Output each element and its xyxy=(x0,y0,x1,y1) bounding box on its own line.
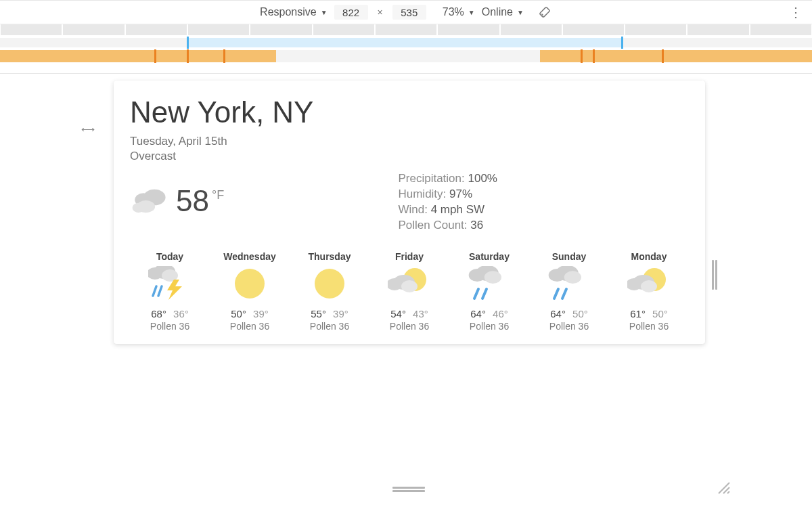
svg-point-31 xyxy=(641,280,657,292)
forecast-day[interactable]: Monday 61° 50° Pollen 36 xyxy=(609,251,689,332)
ruler-block[interactable] xyxy=(313,24,374,35)
emulated-page: New York, NY Tuesday, April 15th Overcas… xyxy=(108,74,710,485)
forecast-high: 55° xyxy=(311,308,326,319)
resize-handle-right[interactable] xyxy=(712,260,717,290)
ruler-block[interactable] xyxy=(563,24,624,35)
ruler-block[interactable] xyxy=(750,24,811,35)
device-preset-select[interactable]: Responsive ▼ xyxy=(260,6,328,18)
ruler-blocks-row[interactable] xyxy=(0,24,812,35)
svg-line-10 xyxy=(158,286,162,296)
viewport-width-input[interactable] xyxy=(334,5,368,20)
forecast-day[interactable]: Friday 54° 43° Pollen 36 xyxy=(369,251,449,332)
viewport-height-input[interactable] xyxy=(392,5,426,20)
forecast-low: 39° xyxy=(333,308,348,319)
ruler-block[interactable] xyxy=(438,24,499,35)
forecast-pollen: Pollen 36 xyxy=(369,321,449,332)
forecast-day[interactable]: Thursday 55° 39° Pollen 36 xyxy=(290,251,369,332)
wind-value: 4 mph SW xyxy=(431,203,484,216)
dropdown-triangle-icon: ▼ xyxy=(517,9,524,16)
media-query-range[interactable] xyxy=(187,38,621,47)
forecast-day[interactable]: Wednesday 50° 39° Pollen 36 xyxy=(210,251,290,332)
media-query-tick[interactable] xyxy=(154,49,156,63)
svg-line-22 xyxy=(482,289,487,299)
svg-point-24 xyxy=(549,269,566,282)
forecast-pollen: Pollen 36 xyxy=(529,321,609,332)
location-title: New York, NY xyxy=(130,95,689,129)
media-query-seg-left[interactable] xyxy=(0,50,276,62)
forecast-day[interactable]: Sunday 64° 50° Pollen 36 xyxy=(529,251,609,332)
media-query-tick[interactable] xyxy=(662,49,664,63)
forecast-day[interactable]: Today 68° 36° Pollen 36 xyxy=(130,251,210,332)
svg-line-1 xyxy=(541,14,543,15)
dropdown-triangle-icon: ▼ xyxy=(321,9,328,16)
ruler-block[interactable] xyxy=(501,24,562,35)
forecast-day-label: Monday xyxy=(609,251,689,262)
ruler-block[interactable] xyxy=(1,24,62,35)
humidity-label: Humidity: xyxy=(398,187,446,200)
ruler-block[interactable] xyxy=(126,24,187,35)
forecast-rain-icon xyxy=(547,266,591,301)
rotate-icon xyxy=(535,3,554,22)
svg-line-21 xyxy=(474,289,478,299)
media-query-tick[interactable] xyxy=(223,49,225,63)
dimension-separator: × xyxy=(375,7,386,18)
forecast-sun-clouds-icon xyxy=(388,266,431,301)
handle-bar xyxy=(392,487,425,489)
resize-handle-bottom[interactable] xyxy=(392,487,425,492)
current-weather-row: 58 °F Precipitation: 100% Humidity: 97% … xyxy=(130,169,689,234)
media-query-cap-left[interactable] xyxy=(187,37,189,49)
device-toolbar: Responsive ▼ × 73% ▼ Online ▼ ⋮ xyxy=(0,0,812,24)
zoom-select[interactable]: 73% ▼ xyxy=(443,6,475,18)
forecast-pollen: Pollen 36 xyxy=(130,321,210,332)
forecast-low: 43° xyxy=(413,308,428,319)
forecast-day-label: Saturday xyxy=(449,251,529,262)
media-query-tick[interactable] xyxy=(581,49,583,63)
resize-handle-corner[interactable] xyxy=(716,480,731,495)
svg-point-12 xyxy=(235,269,265,299)
more-options-button[interactable]: ⋮ xyxy=(789,1,803,24)
device-toolbar-controls: Responsive ▼ × 73% ▼ Online ▼ xyxy=(260,5,552,20)
media-query-cap-right[interactable] xyxy=(621,37,623,49)
ruler-block[interactable] xyxy=(250,24,311,35)
forecast-day-label: Friday xyxy=(369,251,449,262)
forecast-pollen: Pollen 36 xyxy=(449,321,529,332)
ruler-block[interactable] xyxy=(625,24,686,35)
network-throttle-select[interactable]: Online ▼ xyxy=(482,6,524,18)
media-query-tick[interactable] xyxy=(593,49,595,63)
forecast-storm-icon xyxy=(148,266,191,301)
current-details: Precipitation: 100% Humidity: 97% Wind: … xyxy=(398,169,497,234)
ruler-min-width-row[interactable] xyxy=(0,50,812,62)
media-query-tick[interactable] xyxy=(187,49,189,63)
current-date: Tuesday, April 15th xyxy=(130,135,689,148)
svg-line-9 xyxy=(153,286,156,296)
svg-line-26 xyxy=(554,289,558,299)
ruler-max-width-row[interactable] xyxy=(0,38,812,47)
ruler-block[interactable] xyxy=(376,24,436,35)
corner-grip-icon xyxy=(716,480,731,495)
ruler-block[interactable] xyxy=(188,24,249,35)
svg-point-17 xyxy=(401,280,418,292)
forecast-low: 50° xyxy=(572,308,588,319)
forecast-high: 54° xyxy=(390,308,406,319)
svg-line-34 xyxy=(727,491,729,493)
rotate-orientation-button[interactable] xyxy=(537,5,552,20)
forecast-low: 50° xyxy=(652,308,668,319)
forecast-temps: 61° 50° xyxy=(609,308,689,319)
ruler-block[interactable] xyxy=(687,24,748,35)
forecast-temps: 55° 39° xyxy=(290,308,369,319)
zoom-label: 73% xyxy=(443,6,464,18)
forecast-high: 68° xyxy=(151,308,166,319)
svg-point-5 xyxy=(133,203,145,213)
forecast-high: 64° xyxy=(550,308,566,319)
ruler-block[interactable] xyxy=(63,24,124,35)
forecast-temps: 64° 46° xyxy=(449,308,529,319)
weather-card: New York, NY Tuesday, April 15th Overcas… xyxy=(114,81,705,344)
handle-bar xyxy=(715,260,717,290)
svg-point-19 xyxy=(469,269,486,282)
forecast-day[interactable]: Saturday 64° 46° Pollen 36 xyxy=(449,251,529,332)
resize-handle-left[interactable]: ⟷ xyxy=(81,124,93,135)
forecast-high: 61° xyxy=(630,308,646,319)
forecast-day-label: Sunday xyxy=(529,251,609,262)
forecast-low: 36° xyxy=(173,308,189,319)
current-condition: Overcast xyxy=(130,150,689,163)
